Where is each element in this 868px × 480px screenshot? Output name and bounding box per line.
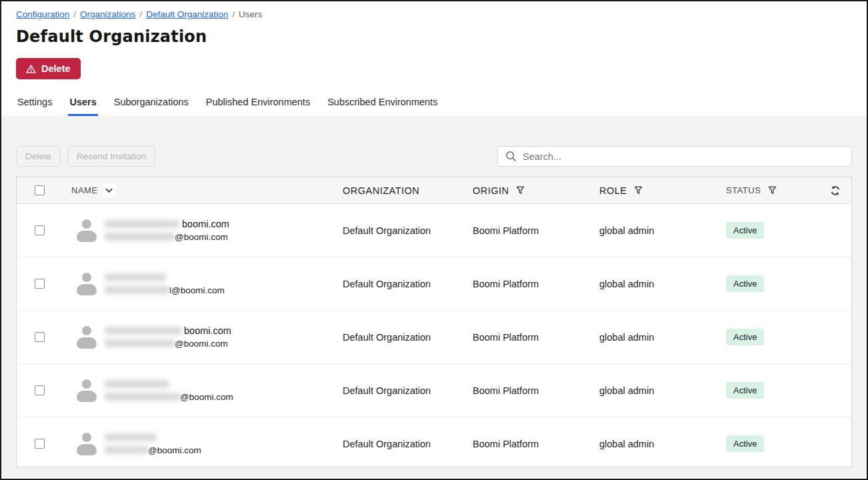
- status-badge: Active: [726, 222, 764, 239]
- name-column-header: NAME: [71, 185, 98, 195]
- users-table: NAME ORGANIZATION ORIGIN: [16, 177, 852, 467]
- row-checkbox[interactable]: [35, 385, 45, 395]
- tab-bar: Settings Users Suborganizations Publishe…: [16, 93, 852, 116]
- delete-organization-button[interactable]: Delete: [16, 58, 81, 79]
- user-avatar-icon: [77, 324, 97, 351]
- page-title: Default Organization: [16, 27, 852, 46]
- organization-cell: Default Organization: [343, 439, 473, 449]
- email-visible-text: @boomi.com: [175, 232, 228, 242]
- table-row: l@boomi.com Default Organization Boomi P…: [17, 257, 851, 311]
- origin-cell: Boomi Platform: [473, 439, 599, 449]
- breadcrumb-item[interactable]: Default Organization: [146, 9, 228, 19]
- breadcrumb-separator: /: [232, 9, 235, 19]
- origin-cell: Boomi Platform: [473, 332, 599, 343]
- user-avatar-icon: [77, 271, 97, 297]
- refresh-button[interactable]: [829, 184, 842, 197]
- redacted-email: [105, 233, 175, 241]
- row-checkbox[interactable]: [35, 332, 45, 342]
- tab[interactable]: Users: [68, 93, 97, 116]
- row-checkbox[interactable]: [35, 439, 45, 449]
- page-header: Configuration / Organizations / Default …: [1, 1, 867, 115]
- email-visible-text: @boomi.com: [148, 445, 201, 455]
- email-visible-text: @boomi.com: [175, 339, 228, 349]
- organization-cell: Default Organization: [343, 385, 473, 396]
- table-row: @boomi.com Default Organization Boomi Pl…: [17, 417, 851, 467]
- search-icon: [505, 151, 517, 162]
- user-identity: @boomi.com: [105, 432, 201, 455]
- breadcrumb-separator: /: [73, 9, 76, 19]
- user-identity: boomi.com @boomi.com: [105, 219, 229, 242]
- organization-column-header: ORGANIZATION: [343, 185, 419, 196]
- user-avatar-icon: [77, 217, 97, 244]
- role-column-header: ROLE: [599, 185, 627, 196]
- name-visible-text: boomi.com: [181, 325, 231, 336]
- search-box: [497, 146, 852, 167]
- bulk-actions: Delete Resend Invitation: [16, 146, 155, 167]
- toolbar: Delete Resend Invitation: [16, 115, 852, 167]
- organization-cell: Default Organization: [343, 225, 473, 236]
- role-cell: global admin: [599, 279, 726, 289]
- row-checkbox[interactable]: [35, 225, 45, 235]
- table-header-row: NAME ORGANIZATION ORIGIN: [17, 177, 851, 204]
- table-row: boomi.com @boomi.com Default Organizatio…: [17, 204, 851, 257]
- tab[interactable]: Published Environments: [205, 93, 311, 116]
- breadcrumb-item: Users: [239, 9, 262, 19]
- redacted-email: [105, 339, 175, 347]
- refresh-icon: [830, 185, 841, 196]
- role-cell: global admin: [599, 332, 726, 343]
- origin-column-header: ORIGIN: [473, 185, 509, 196]
- user-identity: l@boomi.com: [105, 272, 225, 295]
- users-panel: Delete Resend Invitation NAME: [1, 115, 867, 477]
- filter-funnel-icon: [516, 186, 525, 195]
- tab[interactable]: Subscribed Environments: [326, 93, 439, 116]
- filter-funnel-icon: [634, 186, 643, 195]
- status-badge: Active: [726, 435, 764, 452]
- table-body: boomi.com @boomi.com Default Organizatio…: [17, 204, 851, 467]
- breadcrumb-item[interactable]: Organizations: [80, 9, 135, 19]
- tab[interactable]: Settings: [16, 93, 53, 116]
- role-filter-button[interactable]: [632, 184, 645, 197]
- table-row: boomi.com @boomi.com Default Organizatio…: [17, 311, 851, 364]
- breadcrumb-separator: /: [139, 9, 142, 19]
- warning-triangle-icon: [26, 65, 36, 73]
- delete-users-button[interactable]: Delete: [16, 146, 61, 167]
- resend-invitation-button[interactable]: Resend Invitation: [67, 146, 155, 167]
- organization-cell: Default Organization: [343, 332, 473, 343]
- redacted-email: [105, 286, 169, 294]
- redacted-email: [105, 446, 148, 454]
- role-cell: global admin: [599, 385, 726, 396]
- breadcrumb: Configuration / Organizations / Default …: [16, 9, 852, 19]
- role-cell: global admin: [599, 225, 726, 236]
- email-visible-text: l@boomi.com: [169, 285, 225, 295]
- table-row: @boomi.com Default Organization Boomi Pl…: [17, 364, 851, 417]
- email-visible-text: @boomi.com: [180, 392, 233, 402]
- redacted-name: [105, 220, 179, 228]
- origin-cell: Boomi Platform: [473, 385, 599, 396]
- origin-cell: Boomi Platform: [473, 279, 599, 289]
- status-badge: Active: [726, 382, 764, 399]
- user-identity: @boomi.com: [105, 379, 233, 402]
- role-cell: global admin: [599, 439, 726, 449]
- chevron-down-icon: [105, 188, 113, 193]
- search-input[interactable]: [523, 151, 844, 162]
- delete-organization-label: Delete: [41, 63, 71, 74]
- row-checkbox[interactable]: [35, 279, 45, 289]
- organization-cell: Default Organization: [343, 279, 473, 289]
- name-sort-button[interactable]: [103, 184, 116, 197]
- redacted-name: [105, 273, 166, 281]
- name-visible-text: boomi.com: [179, 219, 229, 229]
- origin-filter-button[interactable]: [514, 184, 527, 197]
- redacted-email: [105, 393, 180, 401]
- user-identity: boomi.com @boomi.com: [105, 325, 231, 349]
- status-badge: Active: [726, 329, 764, 345]
- status-badge: Active: [726, 275, 764, 292]
- select-all-checkbox[interactable]: [35, 185, 45, 195]
- status-filter-button[interactable]: [765, 184, 779, 197]
- redacted-name: [105, 433, 157, 441]
- breadcrumb-item[interactable]: Configuration: [16, 9, 69, 19]
- user-avatar-icon: [77, 431, 97, 457]
- tab[interactable]: Suborganizations: [113, 93, 190, 116]
- origin-cell: Boomi Platform: [473, 225, 599, 236]
- filter-funnel-icon: [768, 186, 777, 195]
- redacted-name: [105, 327, 181, 335]
